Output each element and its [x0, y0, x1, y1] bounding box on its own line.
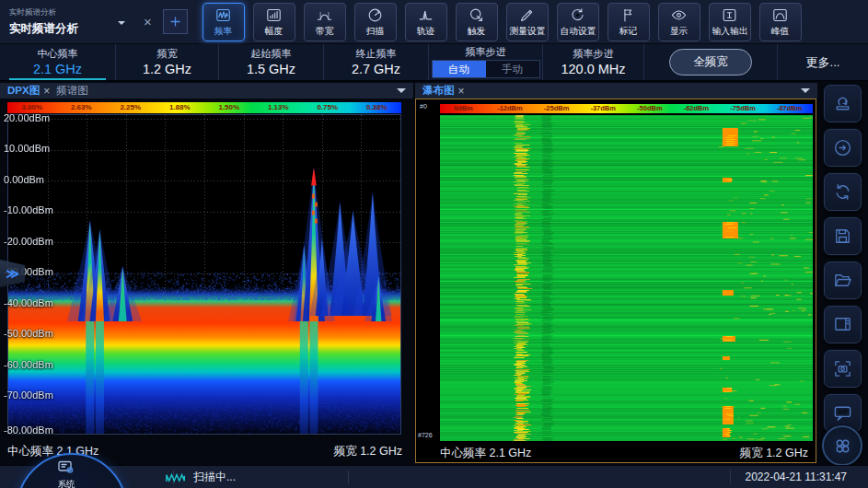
toolbar-button-measure-settings[interactable]: 测量设置: [506, 3, 549, 41]
footer-span: 频宽 1.2 GHz: [740, 446, 808, 461]
toolbar-label: 轨迹: [417, 25, 435, 37]
right-sidebar: SCPI: [817, 81, 868, 465]
close-icon[interactable]: ×: [138, 14, 157, 29]
divider: [348, 471, 349, 484]
plus-icon: [168, 14, 183, 29]
peak-icon: [771, 6, 789, 24]
toolbar-label: 自动设置: [560, 25, 596, 37]
toolbar-label: 标记: [619, 25, 638, 37]
dpx-spectrum-display[interactable]: [8, 115, 400, 434]
navigation-flower-icon: [832, 436, 853, 457]
colorbar-label: 0dBm: [440, 104, 487, 113]
sidebar-button-open[interactable]: [824, 261, 862, 299]
system-button-inner: 系统: [41, 460, 92, 488]
trace-icon: [417, 6, 434, 24]
scan-waveform-icon: [166, 471, 188, 483]
display-icon: [670, 6, 688, 24]
waterfall-display[interactable]: [440, 115, 813, 441]
toolbar-label: 显示: [670, 25, 689, 37]
auto-setup-icon: [569, 6, 586, 24]
param-step-value[interactable]: 频率步进 120.0 MHz: [543, 44, 644, 80]
colorbar-label: 1.13%: [254, 102, 304, 113]
param-stop-frequency[interactable]: 终止频率 2.7 GHz: [324, 44, 429, 80]
bandwidth-icon: [316, 6, 333, 24]
toolbar-button-io[interactable]: 输入输出: [709, 3, 751, 41]
status-bar: 扫描中... 2022-04-21 11:31:47: [0, 465, 868, 488]
param-label: 起始频率: [251, 48, 292, 61]
waterfall-tab-bar: 瀑布图 ×: [415, 83, 817, 99]
param-label: 中心频率: [38, 48, 78, 61]
dpx-density-colorbar: 3.00% 2.63% 2.25% 1.88% 1.50% 1.13% 0.75…: [7, 102, 401, 113]
full-span-wrap: 全频宽: [644, 44, 778, 80]
toolbar-label: 扫描: [366, 25, 385, 37]
system-label: 系统: [41, 479, 92, 488]
param-center-frequency[interactable]: 中心频率 2.1 GHz: [0, 44, 116, 80]
y-axis-label: -40.00dBm: [4, 297, 53, 308]
trigger-icon: [468, 6, 485, 24]
toolbar-label: 幅度: [265, 25, 284, 37]
tab-spectrum[interactable]: 频谱图: [56, 84, 88, 98]
toolbar-button-sweep[interactable]: 扫描: [354, 3, 397, 41]
scpi-icon: SCPI: [832, 402, 853, 424]
sweep-icon: [366, 6, 384, 24]
sidebar-button-layout[interactable]: [824, 306, 862, 343]
colorbar-label: 2.25%: [106, 102, 156, 113]
sidebar-button-preset-recall[interactable]: [824, 85, 862, 122]
tab-label: 瀑布图: [422, 84, 455, 98]
toggle-option-manual[interactable]: 手动: [486, 61, 539, 77]
sidebar-button-save[interactable]: [824, 217, 862, 255]
scan-status-text: 扫描中...: [193, 466, 236, 488]
chevron-down-icon[interactable]: [801, 88, 810, 98]
tab-label: 频谱图: [56, 84, 88, 98]
toolbar-button-display[interactable]: 显示: [658, 3, 700, 41]
timestamp: 2022-04-21 11:31:47: [745, 466, 847, 488]
close-icon[interactable]: ×: [458, 85, 465, 98]
measure-settings-icon: [518, 6, 536, 24]
screenshot-icon: [832, 358, 853, 379]
param-value: 1.5 GHz: [247, 62, 295, 76]
param-step-mode: 频率步进 自动 手动: [429, 44, 543, 80]
toolbar-button-marker[interactable]: 标记: [608, 3, 650, 41]
window-title-block[interactable]: 实时频谱分析 实时频谱分析: [9, 4, 138, 41]
toolbar-button-peak[interactable]: 峰值: [759, 3, 802, 41]
toggle-option-auto[interactable]: 自动: [433, 61, 486, 77]
run-icon: [832, 137, 853, 158]
toolbar-button-trace[interactable]: 轨迹: [405, 3, 447, 41]
toolbar-button-amplitude[interactable]: 幅度: [253, 3, 295, 41]
more-button[interactable]: 更多...: [806, 54, 840, 71]
param-start-frequency[interactable]: 起始频率 1.5 GHz: [219, 44, 324, 80]
frequency-icon: [214, 6, 232, 24]
full-span-button[interactable]: 全频宽: [669, 49, 752, 76]
param-span[interactable]: 频宽 1.2 GHz: [116, 44, 219, 80]
toolbar-button-auto-setup[interactable]: 自动设置: [557, 3, 599, 41]
y-axis-label: -70.00dBm: [4, 389, 53, 401]
toolbar-label: 测量设置: [509, 25, 545, 37]
toolbar-label: 带宽: [316, 25, 334, 37]
sidebar-button-navigation[interactable]: [822, 425, 862, 466]
toolbar-label: 触发: [468, 25, 486, 37]
toolbar-button-trigger[interactable]: 触发: [456, 3, 498, 41]
waterfall-footer: 中心频率 2.1 GHz 频宽 1.2 GHz: [440, 446, 808, 461]
chevron-down-icon[interactable]: [397, 88, 406, 98]
spectrum-analyzer-app: 实时频谱分析 实时频谱分析 × 频率 幅度 带宽: [0, 0, 868, 488]
colorbar-label: 1.50%: [204, 102, 254, 113]
sidebar-button-refresh[interactable]: [824, 173, 862, 211]
toolbar-button-bandwidth[interactable]: 带宽: [304, 3, 346, 41]
sidebar-button-run[interactable]: [824, 129, 862, 167]
top-toolbar: 实时频谱分析 实时频谱分析 × 频率 幅度 带宽: [0, 0, 868, 44]
colorbar-label: -37dBm: [580, 104, 627, 113]
active-underline: [9, 78, 106, 80]
tab-dpx[interactable]: DPX图 ×: [7, 84, 50, 98]
preset-recall-icon: [832, 93, 853, 114]
io-icon: [721, 6, 738, 24]
open-folder-icon: [832, 270, 853, 291]
y-axis-label: -20.00dBm: [4, 236, 53, 247]
add-view-button[interactable]: [163, 9, 188, 34]
close-icon[interactable]: ×: [43, 85, 50, 98]
dpx-plot-area[interactable]: [7, 114, 401, 435]
sidebar-button-screenshot[interactable]: [824, 350, 862, 388]
param-value: 2.7 GHz: [352, 62, 400, 76]
tab-waterfall[interactable]: 瀑布图 ×: [422, 84, 465, 98]
toolbar-button-frequency[interactable]: 频率: [203, 3, 245, 41]
chevron-down-icon[interactable]: [118, 21, 125, 29]
